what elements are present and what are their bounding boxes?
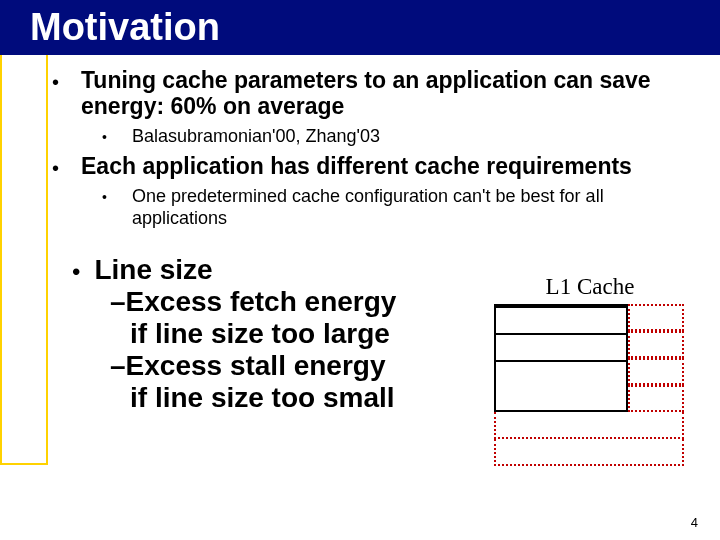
cache-figure: L1 Cache [485, 254, 695, 466]
cache-dotted-ext-2 [628, 331, 684, 358]
sub-bullet-2-text: One predetermined cache configuration ca… [132, 186, 695, 229]
cache-line-4 [496, 387, 626, 414]
cache-dotted-ext-4 [628, 385, 684, 412]
slide-title: Motivation [0, 0, 720, 55]
lower-section: • Line size –Excess fetch energy if line… [52, 254, 695, 466]
cache-dotted-ext-3 [628, 358, 684, 385]
title-text: Motivation [30, 6, 220, 48]
cache-dotted-row-2 [494, 439, 684, 466]
cache-solid-box [494, 304, 628, 412]
cache-dotted-row-1 [494, 412, 684, 439]
bullet-marker: • [52, 71, 59, 94]
bullet-marker: • [72, 258, 80, 286]
lower-heading: Line size [94, 254, 212, 286]
lower-left: • Line size –Excess fetch energy if line… [72, 254, 485, 466]
dash-1-line1: –Excess fetch energy [110, 286, 485, 318]
cache-line-2 [496, 333, 626, 360]
cache-line-1 [496, 306, 626, 333]
sub-bullet-1: • Balasubramonian'00, Zhang'03 [102, 126, 695, 148]
sub-bullet-2: • One predetermined cache configuration … [102, 186, 695, 229]
slide-content: • Tuning cache parameters to an applicat… [0, 55, 720, 466]
dash-2-line2: if line size too small [130, 382, 485, 414]
sub-bullet-marker: • [102, 129, 107, 145]
cache-diagram [494, 304, 686, 466]
bullet-marker: • [52, 157, 59, 180]
bullet-1-text: Tuning cache parameters to an applicatio… [81, 67, 695, 120]
cache-line-3 [496, 360, 626, 387]
bullet-2-text: Each application has different cache req… [81, 153, 632, 179]
bullet-2: • Each application has different cache r… [52, 153, 695, 180]
page-number: 4 [691, 515, 698, 530]
sub-bullet-1-text: Balasubramonian'00, Zhang'03 [132, 126, 380, 148]
dash-1-line2: if line size too large [130, 318, 485, 350]
dash-2-line1: –Excess stall energy [110, 350, 485, 382]
bullet-1: • Tuning cache parameters to an applicat… [52, 67, 695, 120]
lower-bullet: • Line size [72, 254, 485, 286]
cache-dotted-ext-1 [628, 304, 684, 331]
sub-bullet-marker: • [102, 189, 107, 205]
cache-label: L1 Cache [485, 274, 695, 300]
